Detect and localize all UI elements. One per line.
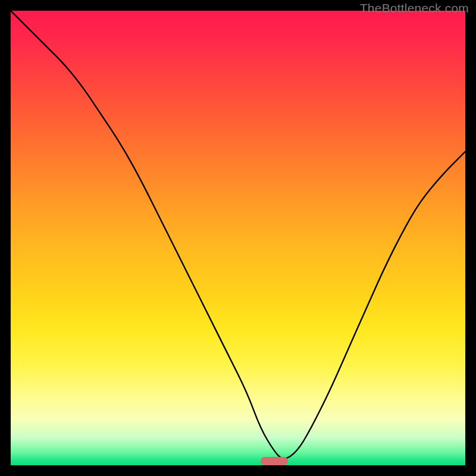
bottleneck-curve (11, 11, 465, 465)
optimal-marker (261, 457, 288, 465)
chart-frame: TheBottleneck.com (0, 0, 476, 476)
chart-plot-area (11, 11, 465, 465)
watermark-text: TheBottleneck.com (360, 1, 469, 15)
